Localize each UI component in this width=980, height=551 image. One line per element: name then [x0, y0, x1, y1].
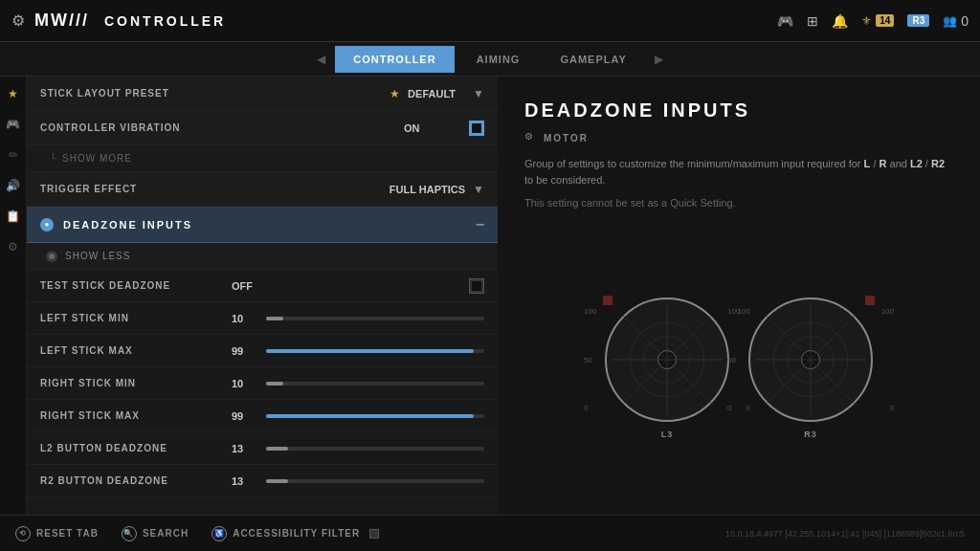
reset-tab-label: RESET TAB	[36, 528, 99, 539]
r2-deadzone-fill	[266, 479, 288, 483]
accessibility-filter-action[interactable]: ♿ ACCESSIBILITY FILTER	[212, 526, 379, 541]
show-more-label: SHOW MORE	[62, 153, 132, 164]
tab-left-arrow[interactable]: ◀	[311, 53, 331, 66]
tab-gameplay[interactable]: GAMEPLAY	[542, 46, 644, 73]
stick-layout-row[interactable]: STICK LAYOUT PRESET ★ DEFAULT ▼	[27, 77, 498, 111]
controller-vibration-row[interactable]: CONTROLLER VIBRATION ON	[27, 111, 498, 145]
trigger-effect-control[interactable]: FULL HAPTICS ▼	[390, 183, 484, 196]
deadzone-collapse-icon[interactable]: −	[476, 216, 484, 233]
deadzone-section-label: DEADZONE INPUTS	[63, 219, 476, 231]
reset-tab-icon: ⟲	[15, 526, 31, 541]
right-stick-min-row[interactable]: RIGHT STICK MIN 10	[27, 367, 498, 400]
tab-right-arrow[interactable]: ▶	[649, 53, 669, 66]
left-stick-min-value: 10	[232, 313, 266, 324]
right-scale-mid: 50	[727, 356, 736, 364]
r2-deadzone-row[interactable]: R2 BUTTON DEADZONE 13	[27, 465, 498, 497]
right-stick-min-slider[interactable]	[266, 382, 484, 386]
left-scale-top: 100	[584, 307, 596, 316]
l2-deadzone-label: L2 BUTTON DEADZONE	[40, 443, 232, 453]
left-stick-max-value: 99	[232, 345, 266, 357]
grid-icon[interactable]: ⊞	[807, 13, 818, 29]
controller-icon[interactable]: 🎮	[777, 13, 793, 29]
test-stick-toggle-indicator	[472, 281, 481, 291]
left-scale-mid: 50	[584, 356, 592, 364]
info-subtitle: ⚙ MOTOR	[524, 131, 953, 144]
stick-layout-label: STICK LAYOUT PRESET	[40, 88, 390, 99]
sidebar-star-icon[interactable]: ★	[6, 86, 21, 101]
info-panel: DEADZONE INPUTS ⚙ MOTOR Group of setting…	[498, 77, 980, 515]
trigger-effect-row[interactable]: TRIGGER EFFECT FULL HAPTICS ▼	[27, 172, 498, 207]
toggle-indicator	[472, 123, 481, 133]
trigger-effect-value: FULL HAPTICS	[390, 184, 465, 195]
debug-info: 10.0.18.4.4977 [42.255.1014+1]:41 [045] …	[725, 529, 965, 539]
info-desc: Group of settings to customize the minim…	[524, 156, 953, 187]
info-subtitle-text: MOTOR	[544, 133, 589, 143]
left-stick-max-row[interactable]: LEFT STICK MAX 99	[27, 335, 498, 367]
show-more-arrow-icon: └	[50, 153, 56, 164]
l2-deadzone-slider[interactable]	[266, 447, 484, 451]
xp-icon: ⚜ 14	[861, 14, 894, 28]
l2-deadzone-row[interactable]: L2 BUTTON DEADZONE 13	[27, 432, 498, 465]
sidebar-list-icon[interactable]: 📋	[6, 209, 21, 224]
right-stick-max-fill	[266, 414, 474, 418]
right-stick-max-row[interactable]: RIGHT STICK MAX 99	[27, 400, 498, 432]
sidebar-pencil-icon[interactable]: ✏	[6, 147, 21, 163]
show-more-row[interactable]: └ SHOW MORE	[27, 145, 498, 172]
right-stick-lines	[750, 299, 871, 420]
trigger-dropdown-arrow-icon: ▼	[473, 183, 484, 196]
controller-vibration-control[interactable]: ON	[404, 121, 484, 136]
info-title: DEADZONE INPUTS	[524, 99, 953, 121]
left-stick-label: L3	[661, 430, 674, 439]
test-stick-deadzone-row[interactable]: TEST STICK DEADZONE OFF	[27, 270, 498, 302]
r2-deadzone-slider[interactable]	[266, 479, 484, 483]
left-stick-max-slider[interactable]	[266, 349, 484, 353]
settings-panel: STICK LAYOUT PRESET ★ DEFAULT ▼ CONTROLL…	[27, 77, 498, 515]
search-icon: 🔍	[122, 526, 137, 541]
page-title: CONTROLLER	[104, 13, 226, 29]
stick-layout-control[interactable]: DEFAULT ▼	[408, 87, 484, 100]
l2-deadzone-fill	[266, 447, 288, 451]
controller-vibration-label: CONTROLLER VIBRATION	[40, 122, 404, 133]
sidebar-settings-icon[interactable]: ⚙	[6, 239, 21, 254]
left-sidebar: ★ 🎮 ✏ 🔊 📋 ⚙	[0, 77, 27, 515]
sidebar-controller-icon[interactable]: 🎮	[6, 117, 21, 132]
info-note: This setting cannot be set as a Quick Se…	[524, 197, 953, 209]
right-scale-top: 100	[727, 307, 740, 316]
left-stick-max-fill	[266, 349, 474, 353]
friends-icon[interactable]: 👥 0	[943, 13, 969, 29]
reset-tab-action[interactable]: ⟲ RESET TAB	[15, 526, 99, 541]
bottom-bar: ⟲ RESET TAB 🔍 SEARCH ♿ ACCESSIBILITY FIL…	[0, 515, 980, 551]
top-bar: ⚙ MW/// CONTROLLER 🎮 ⊞ 🔔 ⚜ 14 R3 👥 0	[0, 0, 980, 42]
right-stick-min-fill	[266, 382, 283, 386]
left-stick-min-label: LEFT STICK MIN	[40, 313, 232, 323]
right-scale-bot: 0	[727, 404, 731, 412]
tab-controller[interactable]: CONTROLLER	[335, 46, 454, 73]
friends-count: 0	[961, 13, 969, 29]
search-label: SEARCH	[143, 528, 189, 539]
left-stick-min-slider[interactable]	[266, 317, 484, 320]
search-action[interactable]: 🔍 SEARCH	[122, 526, 189, 541]
test-stick-toggle[interactable]	[469, 278, 484, 294]
r2-deadzone-value: 13	[232, 475, 266, 487]
motor-icon: ⚙	[524, 131, 538, 144]
l2-deadzone-value: 13	[232, 443, 266, 454]
controller-diagram: L3 100 50 0 100 0	[524, 228, 953, 492]
tab-aiming[interactable]: AIMING	[458, 46, 539, 73]
right-stick-max-label: RIGHT STICK MAX	[40, 410, 232, 421]
deadzone-section-header[interactable]: ● DEADZONE INPUTS −	[27, 207, 498, 243]
left-stick-min-row[interactable]: LEFT STICK MIN 10	[27, 302, 498, 335]
show-less-row[interactable]: SHOW LESS	[27, 243, 498, 270]
notification-icon[interactable]: 🔔	[832, 13, 848, 29]
bullet-inner	[49, 253, 55, 259]
right-scale-rt: 100	[881, 307, 894, 316]
r2-deadzone-label: R2 BUTTON DEADZONE	[40, 475, 232, 486]
accessibility-checkbox[interactable]	[369, 529, 379, 539]
right-stick-max-slider[interactable]	[266, 414, 484, 418]
top-bar-right: 🎮 ⊞ 🔔 ⚜ 14 R3 👥 0	[777, 13, 969, 29]
sidebar-sound-icon[interactable]: 🔊	[6, 178, 21, 193]
test-stick-deadzone-label: TEST STICK DEADZONE	[40, 280, 232, 291]
right-scale-rb: 0	[890, 404, 894, 412]
left-stick-max-label: LEFT STICK MAX	[40, 345, 232, 356]
vibration-toggle[interactable]	[469, 121, 484, 136]
settings-gear-icon[interactable]: ⚙	[11, 11, 25, 30]
